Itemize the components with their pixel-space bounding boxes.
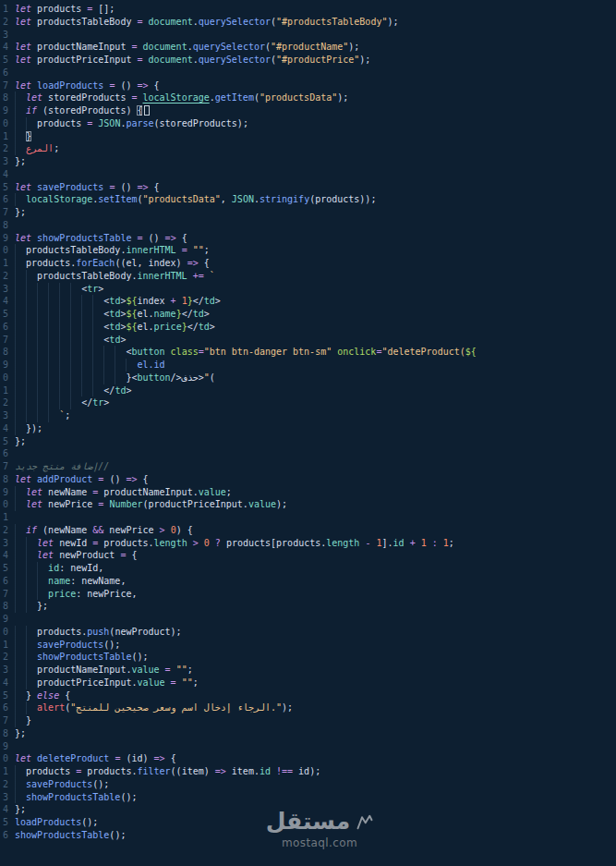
code-line[interactable]: 1let products = []; [0, 3, 616, 16]
code-line[interactable]: 2productsTableBody.innerHTML += ` [0, 270, 616, 283]
code-text: let showProductsTable = () => { [15, 232, 616, 245]
code-line[interactable]: 7} [0, 714, 616, 727]
code-line[interactable]: 4<td>${index + 1}</td> [0, 295, 616, 308]
code-line[interactable]: 8}; [0, 727, 616, 740]
line-number: 2 [0, 778, 15, 791]
code-line[interactable]: 5let productPriceInput = document.queryS… [0, 54, 616, 67]
line-number: 0 [0, 498, 15, 511]
watermark-domain-text: mostaql.com [257, 836, 382, 849]
code-line[interactable]: 6localStorage.setItem("productsData", JS… [0, 193, 616, 206]
code-token: }; [15, 436, 26, 446]
code-line[interactable]: 4productPriceInput.value = ""; [0, 677, 616, 689]
code-line[interactable]: 9if (storedProducts) { [0, 104, 616, 117]
code-token: }; [15, 207, 26, 217]
code-text: id: newId, [15, 562, 616, 575]
code-line[interactable]: 0products.push(newProduct); [0, 626, 616, 639]
code-token: localStorage [26, 194, 92, 204]
code-line[interactable]: 2let productsTableBody = document.queryS… [0, 16, 616, 29]
code-token: (); [109, 830, 126, 840]
code-line[interactable]: 3showProductsTable(); [0, 791, 616, 804]
code-line[interactable]: 8<button class="btn btn-danger btn-sm" o… [0, 346, 616, 359]
code-line[interactable]: 8}; [0, 600, 616, 613]
code-line[interactable]: 8let storedProducts = localStorage.getIt… [0, 91, 616, 104]
code-line[interactable]: 5<td>${el.name}</td> [0, 308, 616, 321]
code-line[interactable]: 0products = JSON.parse(storedProducts); [0, 117, 616, 130]
code-token: { [165, 753, 176, 763]
line-number: 7 [0, 206, 15, 219]
code-line[interactable]: 1} [0, 130, 616, 143]
code-line[interactable]: 7إضافة منتج جديد// [0, 460, 616, 473]
code-token: value [137, 677, 164, 688]
code-token: let [15, 55, 31, 65]
code-token: (id) [120, 753, 153, 763]
indent-guides [15, 626, 37, 639]
code-line[interactable]: 0let deleteProduct = (id) => { [0, 752, 616, 765]
code-token: </ [193, 296, 204, 306]
code-line[interactable]: 2saveProducts(); [0, 778, 616, 791]
code-line[interactable]: 3let newId = products.length > 0 ? produ… [0, 537, 616, 550]
code-line[interactable]: 9el.id [0, 359, 616, 372]
code-line[interactable]: 2if (newName && newPrice > 0) { [0, 524, 616, 537]
code-line[interactable]: 3 [0, 29, 616, 42]
code-token: price [154, 322, 182, 332]
code-line[interactable]: 1products = products.filter((item) => it… [0, 765, 616, 778]
code-line[interactable]: 5} else { [0, 689, 616, 702]
code-line[interactable]: 3productNameInput.value = ""; [0, 664, 616, 677]
line-number: 2 [0, 16, 15, 29]
code-editor[interactable]: 1let products = [];2let productsTableBod… [0, 0, 616, 866]
code-line[interactable]: 3}; [0, 155, 616, 168]
code-line[interactable]: 7}; [0, 206, 616, 219]
code-line[interactable]: 5}; [0, 435, 616, 448]
code-line[interactable]: 6<td>${el.price}</td> [0, 321, 616, 334]
indent-guides [15, 714, 26, 727]
code-token: length [326, 538, 359, 548]
code-text: </td> [15, 384, 616, 397]
code-line[interactable]: 0let newPrice = Number(productPriceInput… [0, 498, 616, 511]
code-line[interactable]: 7price: newPrice, [0, 588, 616, 601]
code-line[interactable]: 0productsTableBody.innerHTML = ""; [0, 244, 616, 257]
code-line[interactable]: 7let loadProducts = () => { [0, 79, 616, 92]
code-line[interactable]: 2</tr> [0, 396, 616, 409]
code-line[interactable]: 9 [0, 613, 616, 626]
code-line[interactable]: 1 [0, 511, 616, 524]
code-line[interactable]: 1products.forEach((el, index) => { [0, 257, 616, 270]
code-line[interactable]: 6 [0, 67, 616, 79]
code-text: let deleteProduct = (id) => { [15, 752, 616, 765]
code-token: { [126, 550, 137, 560]
code-text: if (storedProducts) { [15, 104, 616, 117]
code-line[interactable]: 4let newProduct = { [0, 549, 616, 562]
code-line[interactable]: 0}<button/>حذف>"( [0, 372, 616, 384]
code-token: { [199, 258, 210, 268]
code-line[interactable]: 1saveProducts(); [0, 639, 616, 652]
line-number: 6 [0, 193, 15, 206]
code-token: "" [193, 245, 204, 255]
code-token: ; [449, 538, 454, 548]
code-line[interactable]: 5id: newId, [0, 562, 616, 575]
code-token: { [59, 690, 70, 701]
code-line[interactable]: 6 [0, 447, 616, 460]
code-line[interactable]: 3<tr> [0, 283, 616, 296]
code-line[interactable]: 4let productNameInput = document.querySe… [0, 41, 616, 54]
code-token: }; [15, 156, 26, 166]
code-line[interactable]: 4}); [0, 422, 616, 435]
code-line[interactable]: 3`; [0, 409, 616, 422]
line-number: 0 [0, 372, 15, 384]
code-line[interactable]: 6alert("الرجاء إدخال اسم وسعر صحيحين للم… [0, 701, 616, 714]
code-line[interactable]: 7<td> [0, 334, 616, 347]
code-line[interactable]: 8 [0, 219, 616, 232]
code-line[interactable]: 9let showProductsTable = () => { [0, 232, 616, 245]
code-line[interactable]: 8let addProduct = () => { [0, 473, 616, 486]
indent-guides [15, 537, 37, 550]
code-line[interactable]: 9 [0, 740, 616, 753]
code-line[interactable]: 5let saveProducts = () => { [0, 181, 616, 194]
code-line[interactable]: 1</td> [0, 384, 616, 397]
code-token: ); [282, 702, 293, 713]
code-line[interactable]: 4 [0, 168, 616, 181]
line-number: 1 [0, 639, 15, 652]
code-line[interactable]: 2المرع; [0, 142, 616, 155]
code-line[interactable]: 6name: newName, [0, 575, 616, 588]
code-token: querySelector [199, 17, 271, 27]
code-line[interactable]: 2showProductsTable(); [0, 651, 616, 664]
code-line[interactable]: 9let newName = productNameInput.value; [0, 486, 616, 499]
line-number: 1 [0, 130, 15, 143]
